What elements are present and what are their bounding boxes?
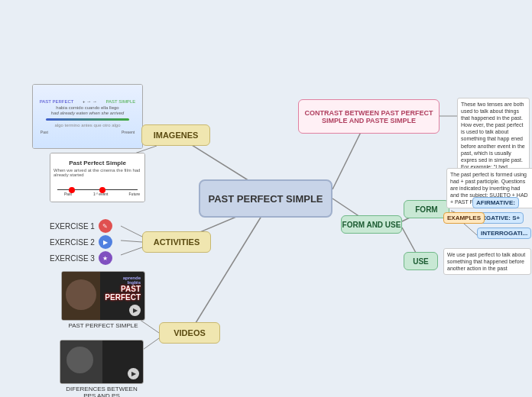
panel-top-line2: had already eaten when she arrived	[51, 111, 124, 115]
play-button-2[interactable]: ▶	[128, 368, 139, 379]
central-node: PAST PERFECT SIMPLE	[199, 179, 332, 218]
pps-label-1st: 1ˢᵗ event	[93, 192, 108, 196]
panel-timeline-present: Present	[122, 130, 135, 134]
video-content-2: ▶	[60, 341, 143, 383]
sub-interrogative-label: INTERROGATI...	[481, 230, 527, 237]
pps-timeline: Past 1ˢᵗ event Future	[54, 181, 141, 196]
svg-line-16	[121, 247, 142, 255]
play-button-1[interactable]: ▶	[129, 305, 141, 316]
branch-form[interactable]: FORM	[404, 200, 449, 218]
exercise-1-label: EXERCISE 1	[50, 222, 95, 231]
branch-activities[interactable]: ACTIVITIES	[142, 231, 211, 253]
info-use-text: We use past perfect to talk about someth…	[447, 252, 525, 271]
sub-afirmative: AFIRMATIVE:	[472, 197, 519, 208]
panel-middle-content: Past Perfect Simple When we arived at th…	[50, 153, 144, 202]
contrast-box: CONTRAST BETWEEN PAST PERFECT SIMPLE AND…	[298, 99, 440, 134]
video-panel-1[interactable]: aprende Inglés PAST PERFECT ▶	[61, 271, 145, 321]
branch-videos-label: VIDEOS	[174, 328, 206, 337]
svg-line-14	[121, 226, 142, 237]
video-text-overlay-1: aprende Inglés PAST PERFECT	[105, 276, 141, 302]
exercise-2-icon: ▶	[99, 235, 112, 249]
contrast-label: CONTRAST BETWEEN PAST PERFECT SIMPLE AND…	[302, 109, 436, 124]
branch-form-and-use[interactable]: FORM AND USE	[341, 215, 402, 234]
exercise-2-label: EXERCISE 2	[50, 238, 95, 247]
exercise-1-icon: ✎	[99, 219, 112, 233]
svg-line-2	[190, 210, 265, 333]
sub-examples: EXAMPLES	[443, 212, 485, 224]
branch-imagenes[interactable]: IMAGENES	[141, 124, 210, 146]
branch-imagenes-label: IMAGENES	[154, 131, 199, 140]
panel-top-right-text: PAST SIMPLE	[105, 99, 135, 104]
video-content-1: aprende Inglés PAST PERFECT ▶	[62, 272, 144, 320]
video-panel-2[interactable]: ▶	[60, 340, 144, 384]
pps-subtitle: When we arived at the cinema the film ha…	[54, 168, 141, 177]
exercise-3-icon: ★	[99, 251, 112, 265]
sub-interrogative: INTERROGATI...	[477, 228, 531, 239]
video-label-1: PAST PERFECT SIMPLE	[61, 322, 145, 329]
branch-videos[interactable]: VIDEOS	[159, 322, 220, 344]
sub-examples-label: EXAMPLES	[447, 215, 481, 221]
svg-line-15	[121, 240, 142, 242]
panel-top-arrow: + → →	[83, 99, 97, 104]
panel-top-left-text: PAST PERFECT	[40, 99, 74, 104]
pps-title: Past Perfect Simple	[69, 160, 126, 166]
exercise-3[interactable]: EXERCISE 3 ★	[50, 251, 112, 265]
branch-use[interactable]: USE	[404, 252, 438, 270]
exercise-2[interactable]: EXERCISE 2 ▶	[50, 235, 112, 249]
pps-label-past: Past	[64, 192, 72, 196]
pps-label-future: Future	[129, 192, 140, 196]
image-panel-middle: Past Perfect Simple When we arived at th…	[50, 153, 145, 202]
panel-timeline-past: Past	[41, 130, 48, 134]
branch-activities-label: ACTIVITIES	[154, 237, 200, 247]
info-contrast-text: These two tenses are both used to talk a…	[461, 102, 525, 176]
panel-top-line3: algo termino antes que otro algo	[54, 123, 120, 127]
info-use: We use past perfect to talk about someth…	[443, 248, 531, 275]
video-label-2: DIFERENCES BETWEEN PPS AND PS	[60, 386, 144, 397]
video-2-text: DIFERENCES BETWEEN PPS AND PS	[66, 386, 137, 397]
branch-form-and-use-label: FORM AND USE	[342, 221, 401, 229]
panel-top-content: PAST PERFECT + → → PAST SIMPLE habia com…	[33, 85, 142, 148]
exercise-3-label: EXERCISE 3	[50, 254, 95, 263]
branch-use-label: USE	[413, 257, 429, 266]
central-label: PAST PERFECT SIMPLE	[209, 193, 323, 205]
branch-form-label: FORM	[415, 205, 437, 214]
panel-top-line1: habia comido cuando ella llego	[56, 105, 118, 110]
sub-afirmative-label: AFIRMATIVE:	[476, 199, 515, 206]
exercise-1[interactable]: EXERCISE 1 ✎	[50, 219, 112, 233]
image-panel-top: PAST PERFECT + → → PAST SIMPLE habia com…	[32, 84, 143, 149]
video-1-text: PAST PERFECT SIMPLE	[68, 322, 138, 329]
